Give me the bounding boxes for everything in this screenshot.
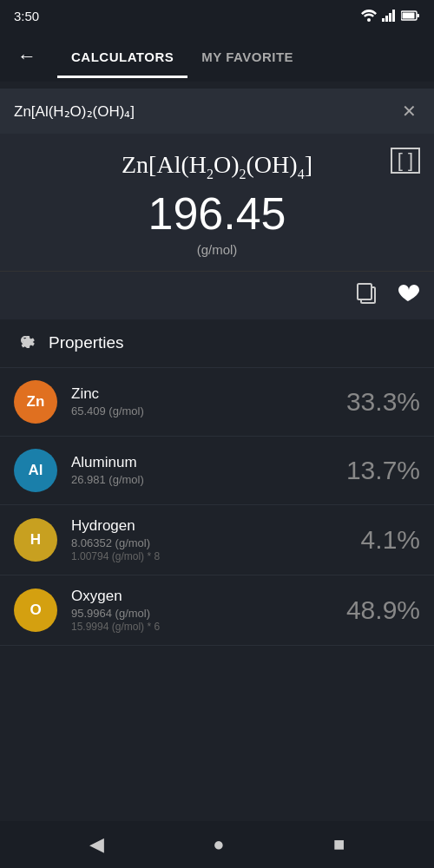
- element-info: Hydrogen8.06352 (g/mol)1.00794 (g/mol) *…: [71, 517, 347, 562]
- properties-title: Properties: [49, 333, 124, 352]
- battery-icon: [401, 10, 420, 21]
- element-percent: 13.7%: [346, 456, 420, 485]
- nav-bar: ← CALCULATORS MY FAVORITE: [0, 31, 434, 82]
- svg-rect-2: [385, 16, 388, 22]
- element-mass: 26.981 (g/mol): [71, 473, 332, 486]
- element-mass: 65.409 (g/mol): [71, 404, 332, 418]
- bottom-nav: ◀ ● ■: [0, 821, 434, 868]
- status-icons: [361, 10, 420, 22]
- formula-area: [ ] Zn[Al(H2O)2(OH)4] 196.45 (g/mol): [0, 134, 434, 271]
- gear-icon: [14, 329, 36, 358]
- svg-rect-3: [389, 13, 391, 22]
- status-bar: 3:50: [0, 0, 434, 31]
- element-badge: Zn: [14, 380, 57, 424]
- unit-label: (g/mol): [14, 242, 420, 257]
- favorite-button[interactable]: [396, 280, 420, 311]
- action-bar: [0, 271, 434, 319]
- svg-rect-7: [418, 14, 420, 17]
- back-button[interactable]: ←: [10, 42, 43, 71]
- element-list: ZnZinc65.409 (g/mol)33.3%AlAluminum26.98…: [0, 368, 434, 646]
- molar-mass-value: 196.45: [14, 189, 420, 239]
- signal-icon: [382, 10, 396, 22]
- element-badge: H: [14, 518, 57, 562]
- element-row: AlAluminum26.981 (g/mol)13.7%: [0, 437, 434, 505]
- element-name: Zinc: [71, 385, 332, 403]
- element-sub-mass: 15.9994 (g/mol) * 6: [71, 621, 332, 633]
- nav-back-button[interactable]: ◀: [89, 833, 104, 856]
- element-name: Oxygen: [71, 588, 332, 605]
- svg-point-0: [367, 18, 371, 22]
- search-input[interactable]: [14, 102, 398, 120]
- nav-recents-button[interactable]: ■: [333, 833, 345, 856]
- tab-calculators[interactable]: CALCULATORS: [57, 43, 187, 71]
- wifi-icon: [361, 10, 377, 22]
- nav-home-button[interactable]: ●: [213, 833, 224, 856]
- clear-button[interactable]: ✕: [398, 97, 420, 125]
- element-badge: Al: [14, 449, 57, 492]
- svg-rect-1: [382, 18, 385, 22]
- element-row: HHydrogen8.06352 (g/mol)1.00794 (g/mol) …: [0, 505, 434, 575]
- element-info: Aluminum26.981 (g/mol): [71, 454, 332, 486]
- status-time: 3:50: [14, 9, 39, 23]
- element-mass: 8.06352 (g/mol): [71, 536, 347, 549]
- copy-button[interactable]: [354, 280, 378, 311]
- search-bar: ✕: [0, 89, 434, 134]
- element-sub-mass: 1.00794 (g/mol) * 8: [71, 550, 347, 562]
- element-info: Zinc65.409 (g/mol): [71, 385, 332, 418]
- element-mass: 95.9964 (g/mol): [71, 607, 332, 620]
- svg-rect-4: [392, 10, 395, 22]
- element-row: ZnZinc65.409 (g/mol)33.3%: [0, 368, 434, 437]
- properties-header: Properties: [0, 319, 434, 368]
- element-row: OOxygen95.9964 (g/mol)15.9994 (g/mol) * …: [0, 575, 434, 646]
- element-badge: O: [14, 589, 57, 632]
- expand-button[interactable]: [ ]: [391, 148, 420, 174]
- nav-tabs: CALCULATORS MY FAVORITE: [57, 43, 424, 71]
- tab-my-favorite[interactable]: MY FAVORITE: [187, 43, 307, 71]
- element-percent: 4.1%: [361, 525, 420, 555]
- formula-display: Zn[Al(H2O)2(OH)4]: [14, 151, 420, 182]
- element-name: Hydrogen: [71, 517, 347, 535]
- element-percent: 33.3%: [346, 387, 420, 417]
- element-info: Oxygen95.9964 (g/mol)15.9994 (g/mol) * 6: [71, 588, 332, 633]
- svg-rect-9: [358, 284, 372, 299]
- element-name: Aluminum: [71, 454, 332, 471]
- element-percent: 48.9%: [346, 595, 420, 625]
- svg-rect-6: [403, 13, 415, 19]
